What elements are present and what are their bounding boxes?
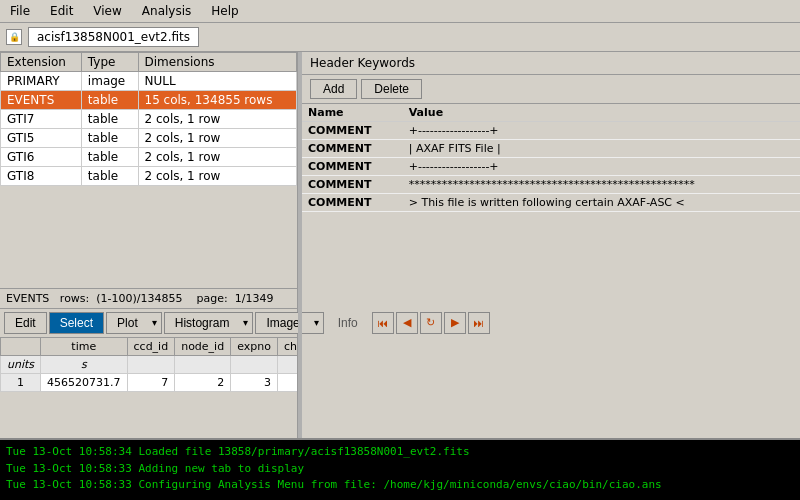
status-rows-label: rows: (60, 292, 89, 305)
extension-row[interactable]: GTI8table2 cols, 1 row (1, 167, 297, 186)
extension-row[interactable]: GTI7table2 cols, 1 row (1, 110, 297, 129)
data-cell: 7 (127, 373, 175, 391)
ext-col-type: Type (81, 53, 138, 72)
header-kw-title: Header Keywords (302, 52, 800, 75)
row-number: 1 (1, 373, 41, 391)
kw-value: ****************************************… (403, 176, 800, 194)
table-status-bar: EVENTS rows: (1-100)/134855 page: 1/1349 (0, 288, 297, 308)
header-kw-toolbar: Add Delete (302, 75, 800, 104)
select-button[interactable]: Select (49, 312, 104, 334)
kw-name: COMMENT (302, 176, 403, 194)
menu-bar: File Edit View Analysis Help (0, 0, 800, 23)
keyword-row: COMMENT+------------------+ (302, 122, 800, 140)
extension-row[interactable]: PRIMARYimageNULL (1, 72, 297, 91)
log-line: Tue 13-Oct 10:58:33 Configuring Analysis… (6, 477, 794, 494)
data-col-units (175, 355, 231, 373)
edit-button[interactable]: Edit (4, 312, 47, 334)
data-cell: 456520731.7 (41, 373, 127, 391)
keyword-row: COMMENT| AXAF FITS File | (302, 140, 800, 158)
menu-help[interactable]: Help (205, 2, 244, 20)
plot-dropdown[interactable]: ▾ (148, 312, 162, 334)
extension-table: Extension Type Dimensions PRIMARYimageNU… (0, 52, 297, 186)
delete-keyword-button[interactable]: Delete (361, 79, 422, 99)
title-bar: 🔒 acisf13858N001_evt2.fits (0, 23, 800, 52)
right-panel: Header Keywords Add Delete Name Value CO… (302, 52, 800, 438)
data-col-header: node_id (175, 337, 231, 355)
kw-col-name: Name (302, 104, 403, 122)
plot-button[interactable]: Plot (106, 312, 148, 334)
table-row: 1456520731.7723667205458419074569.24 (1, 373, 298, 391)
kw-name: COMMENT (302, 158, 403, 176)
log-line: Tue 13-Oct 10:58:33 Adding new tab to di… (6, 461, 794, 478)
keyword-row: COMMENT*********************************… (302, 176, 800, 194)
histogram-button[interactable]: Histogram (164, 312, 240, 334)
ext-col-extension: Extension (1, 53, 82, 72)
keyword-scroll[interactable]: Name Value COMMENT+------------------+CO… (302, 104, 800, 438)
extension-row[interactable]: EVENTStable15 cols, 134855 rows (1, 91, 297, 110)
data-cell: 2 (175, 373, 231, 391)
kw-value: > This file is written following certain… (403, 194, 800, 212)
keyword-row: COMMENT+------------------+ (302, 158, 800, 176)
kw-value: | AXAF FITS File | (403, 140, 800, 158)
histogram-dropdown[interactable]: ▾ (239, 312, 253, 334)
kw-value: +------------------+ (403, 158, 800, 176)
data-col-header: chip(chipx) (277, 337, 297, 355)
menu-file[interactable]: File (4, 2, 36, 20)
status-page-label: page: (197, 292, 228, 305)
left-panel: Extension Type Dimensions PRIMARYimageNU… (0, 52, 298, 438)
data-col-header: time (41, 337, 127, 355)
log-line: Tue 13-Oct 10:58:34 Loaded file 13858/pr… (6, 444, 794, 461)
add-keyword-button[interactable]: Add (310, 79, 357, 99)
kw-name: COMMENT (302, 194, 403, 212)
status-ext-name: EVENTS (6, 292, 49, 305)
data-col-units: pixel (277, 355, 297, 373)
header-empty (1, 337, 41, 355)
table-toolbar: Edit Select Plot ▾ Histogram ▾ Image ▾ I… (0, 308, 297, 337)
units-label: units (1, 355, 41, 373)
status-row-range: (1-100)/134855 (96, 292, 182, 305)
extension-row[interactable]: GTI6table2 cols, 1 row (1, 148, 297, 167)
data-col-header: ccd_id (127, 337, 175, 355)
menu-view[interactable]: View (87, 2, 127, 20)
data-col-header: expno (231, 337, 278, 355)
filename-label: acisf13858N001_evt2.fits (28, 27, 199, 47)
keyword-table: Name Value COMMENT+------------------+CO… (302, 104, 800, 212)
ext-col-dimensions: Dimensions (138, 53, 297, 72)
extension-row[interactable]: GTI5table2 cols, 1 row (1, 129, 297, 148)
data-cell: 3 (231, 373, 278, 391)
kw-value: +------------------+ (403, 122, 800, 140)
data-col-units (127, 355, 175, 373)
kw-name: COMMENT (302, 122, 403, 140)
kw-col-value: Value (403, 104, 800, 122)
main-area: Extension Type Dimensions PRIMARYimageNU… (0, 52, 800, 438)
histogram-group: Histogram ▾ (164, 312, 254, 334)
lock-icon: 🔒 (6, 29, 22, 45)
log-panel: Tue 13-Oct 10:58:34 Loaded file 13858/pr… (0, 438, 800, 500)
plot-group: Plot ▾ (106, 312, 162, 334)
kw-name: COMMENT (302, 140, 403, 158)
data-table: timeccd_idnode_idexpnochip(chipx)chip(ch… (0, 337, 297, 392)
keyword-row: COMMENT> This file is written following … (302, 194, 800, 212)
status-page-val: 1/1349 (235, 292, 274, 305)
data-table-wrapper[interactable]: timeccd_idnode_idexpnochip(chipx)chip(ch… (0, 337, 297, 439)
data-col-units: s (41, 355, 127, 373)
data-cell: 667 (277, 373, 297, 391)
data-col-units (231, 355, 278, 373)
menu-analysis[interactable]: Analysis (136, 2, 197, 20)
menu-edit[interactable]: Edit (44, 2, 79, 20)
